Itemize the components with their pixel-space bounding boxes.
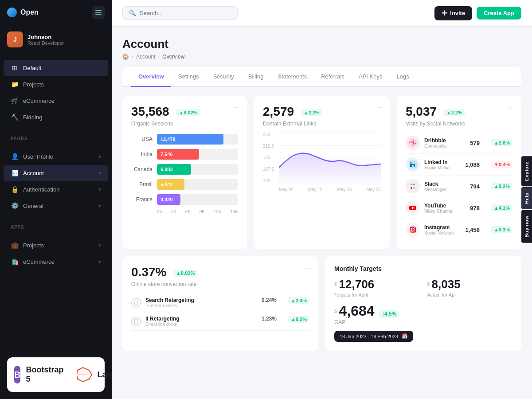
tab-logs[interactable]: Logs — [389, 67, 416, 87]
bar-country: France — [131, 196, 153, 203]
social-type: Community — [424, 144, 466, 149]
invite-button[interactable]: ✛ Invite — [434, 6, 472, 20]
user-profile-area[interactable]: J Johnson React Developer — [0, 25, 112, 54]
tab-overview[interactable]: Overview — [131, 67, 171, 87]
social-type: Video Channel — [424, 209, 466, 214]
svg-rect-2 — [95, 14, 102, 15]
tab-billing[interactable]: Billing — [241, 67, 271, 87]
tab-security[interactable]: Security — [206, 67, 241, 87]
social-name: Instagram — [424, 224, 461, 231]
retarget-icon — [131, 298, 141, 308]
app-name: Open — [20, 8, 39, 16]
social-badge: ▼0.4% — [491, 161, 512, 168]
sidebar-item-projects-app[interactable]: 💼 Projects ▾ — [4, 237, 108, 253]
right-tab-help[interactable]: Help — [521, 187, 532, 209]
tab-settings[interactable]: Settings — [171, 67, 206, 87]
tab-statements[interactable]: Statements — [270, 67, 314, 87]
sidebar-item-ecommerce[interactable]: 🛒 eCommerce — [4, 93, 108, 109]
social-name: Slack — [424, 181, 466, 187]
sidebar-item-label: General — [23, 203, 43, 209]
line-chart-y-axis: 250 212.5 175 137.5 100 — [263, 132, 279, 183]
tab-api-keys[interactable]: API Keys — [352, 67, 389, 87]
retarget-badge: ▲2.4% — [288, 297, 309, 304]
card-more-icon[interactable]: ··· — [376, 103, 383, 112]
social-info: Dribbble Community — [424, 137, 466, 149]
bar-fill: 5,041 — [157, 179, 184, 190]
sidebar-item-user-profile[interactable]: 👤 User Profile ▾ — [4, 149, 108, 164]
sidebar-item-authentication[interactable]: 🔒 Authentication ▾ — [4, 181, 108, 197]
social-name: Linked In — [424, 159, 461, 165]
social-info: Instagram Social Network — [424, 224, 461, 235]
retarget-item-3: il Retargeting Direct link clicks 1.23% … — [131, 312, 309, 331]
breadcrumb: 🏠 › Account › Overview — [122, 54, 521, 60]
create-app-button[interactable]: Create App — [477, 7, 521, 20]
tab-referrals[interactable]: Referrals — [314, 67, 352, 87]
card-more-icon[interactable]: ··· — [233, 103, 240, 112]
sidebar-item-label: Projects — [23, 81, 44, 88]
bar-axis: 0K 3K 6K 9K 12K 15K — [131, 209, 238, 214]
sidebar-item-general[interactable]: ⚙️ General ▾ — [4, 198, 108, 214]
y-label: 100 — [263, 178, 279, 183]
sidebar-item-account[interactable]: 🧾 Account ▾ — [4, 165, 108, 181]
svg-rect-1 — [95, 12, 102, 13]
card-more-icon[interactable]: ··· — [508, 103, 514, 112]
right-tab-buy[interactable]: Buy now — [521, 210, 532, 243]
right-tab-explore[interactable]: Explore — [521, 156, 532, 186]
sidebar-item-default[interactable]: ⊞ Default — [4, 60, 108, 76]
retarget-info: il Retargeting Direct link clicks — [145, 316, 257, 327]
app-logo: Open — [7, 8, 39, 17]
target-currency: $ — [334, 309, 337, 314]
target-value: 8,035 — [432, 278, 461, 291]
targets-row: $ 12,706 Targets for April $ 8,035 Actua… — [334, 278, 512, 297]
pages-section-label: PAGES — [0, 131, 112, 143]
bar-fill: 12,478 — [157, 134, 223, 145]
user-name: Johnson — [27, 34, 64, 40]
social-item-slack: Slack Messanger 794 ▲0.2% — [406, 176, 512, 197]
bar-row-usa: USA 12,478 — [131, 134, 238, 145]
store-icon: 🛒 — [11, 97, 19, 105]
social-name: YouTube — [424, 203, 466, 209]
social-value: 1,458 — [465, 227, 480, 233]
calendar-icon: 📅 — [402, 333, 408, 339]
search-input[interactable] — [140, 10, 231, 16]
topbar: 🔍 ✛ Invite Create App — [112, 0, 532, 27]
bar-row-canada: Canada 6,083 — [131, 164, 238, 175]
settings-icon: ⚙️ — [11, 202, 19, 210]
sidebar-item-bidding[interactable]: 🔨 Bidding — [4, 109, 108, 125]
organic-sessions-label: Organic Sessions — [131, 121, 238, 127]
axis-label: 0K — [157, 209, 162, 214]
social-visits-label: Visits by Social Networks — [406, 121, 512, 127]
create-app-label: Create App — [484, 10, 514, 16]
gap-value: 4,684 — [339, 303, 375, 319]
main-content: 🔍 ✛ Invite Create App Account 🏠 › Accoun… — [112, 0, 532, 399]
axis-label: 15K — [230, 209, 238, 214]
svg-point-20 — [415, 227, 415, 228]
retarget-name: Search Retargeting — [145, 297, 257, 303]
retarget-item-1: Search Retargeting Direct link clicks 0.… — [131, 293, 309, 312]
bar-row-france: France 4,420 — [131, 194, 238, 205]
bootstrap-logo: B — [14, 366, 20, 383]
sidebar-item-projects[interactable]: 📁 Projects — [4, 76, 108, 92]
breadcrumb-account[interactable]: Account — [136, 54, 155, 60]
user-icon: 👤 — [11, 153, 19, 160]
bar-label: 7,546 — [160, 152, 173, 157]
date-range: 18 Jan 2023 - 16 Feb 2023 — [340, 334, 398, 339]
retarget-name: il Retargeting — [145, 316, 257, 322]
folder-icon: 📁 — [11, 80, 19, 88]
sidebar-item-label: Default — [23, 65, 41, 71]
search-bar[interactable]: 🔍 — [122, 6, 238, 20]
card-more-icon[interactable]: ··· — [305, 263, 311, 273]
main-nav: ⊞ Default 📁 Projects 🛒 eCommerce 🔨 Biddi… — [0, 54, 112, 131]
avatar: J — [7, 31, 23, 47]
svg-point-15 — [413, 187, 415, 189]
retarget-icon — [131, 317, 141, 326]
svg-point-14 — [411, 187, 412, 189]
sidebar-toggle-button[interactable] — [92, 6, 105, 19]
pages-nav: 👤 User Profile ▾ 🧾 Account ▾ 🔒 Authentic… — [0, 143, 112, 219]
sidebar-item-ecommerce-app[interactable]: 🛍️ eCommerce ▾ — [4, 254, 108, 270]
bar-track: 7,546 — [157, 149, 238, 160]
stat-value: 35,568 ▲8.02% — [131, 105, 238, 119]
x-label: May 04 — [279, 187, 293, 192]
bar-label: 12,478 — [160, 137, 176, 142]
line-chart: 250 212.5 175 137.5 100 — [263, 132, 381, 192]
